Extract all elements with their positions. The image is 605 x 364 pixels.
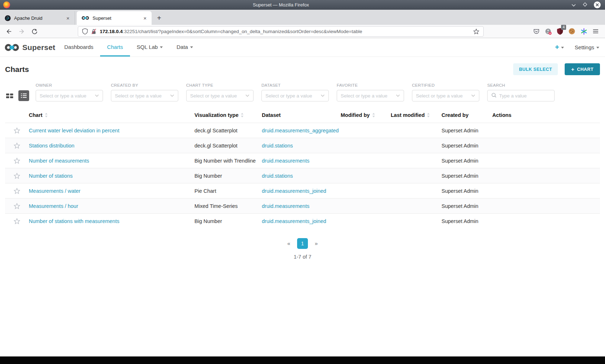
browser-tab[interactable]: Superset × <box>77 11 152 25</box>
dataset-link[interactable]: druid.measurements_joined <box>262 218 326 224</box>
visualization-type-cell: Big Number <box>194 214 262 229</box>
dataset-link[interactable]: druid.measurements <box>262 158 309 164</box>
favorite-star-icon[interactable] <box>14 218 20 224</box>
tab-close-icon[interactable]: × <box>142 15 148 22</box>
filter-group: FAVORITE Select or type a value <box>337 83 404 101</box>
new-item-menu[interactable]: + <box>555 43 564 51</box>
chart-link[interactable]: Number of stations with measurements <box>29 218 119 224</box>
actions-cell <box>492 153 600 168</box>
filter-placeholder: Select or type a value <box>265 93 318 99</box>
created-by-cell: Superset Admin <box>442 183 492 199</box>
next-page-button[interactable]: » <box>311 238 321 249</box>
reload-button[interactable] <box>30 28 39 35</box>
adblock-shield-icon[interactable]: 4 <box>557 28 563 35</box>
menu-hamburger-icon[interactable] <box>592 28 599 34</box>
new-chart-button[interactable]: + CHART <box>565 63 600 75</box>
url-host: 172.18.0.4 <box>100 29 123 34</box>
visualization-type-cell: Big Number <box>194 168 262 183</box>
insecure-lock-icon[interactable] <box>91 28 97 35</box>
actions-cell <box>492 138 600 153</box>
settings-menu[interactable]: Settings <box>575 44 599 50</box>
favorite-star-icon[interactable] <box>14 173 20 179</box>
filter-select[interactable]: Select or type a value <box>186 90 254 101</box>
chart-link[interactable]: Measurements / hour <box>29 203 78 209</box>
tracking-shield-icon[interactable] <box>82 28 88 35</box>
chart-link[interactable]: Stations distribution <box>29 143 75 149</box>
tab-strip: Apache Druid × Superset × + <box>0 10 605 25</box>
browser-tab[interactable]: Apache Druid × <box>0 11 75 25</box>
sort-icon <box>427 113 430 118</box>
favorite-star-icon[interactable] <box>14 188 20 194</box>
dataset-link[interactable]: druid.measurements_aggregated <box>262 128 339 133</box>
nav-item-dashboards[interactable]: Dashboards <box>57 38 100 56</box>
table-row: Measurements / hour Mixed Time-Series dr… <box>5 199 600 214</box>
chevron-down-icon <box>396 94 400 97</box>
url-path: :32251/chart/list/?pageIndex=0&sortColum… <box>123 29 362 34</box>
column-header[interactable]: Modified by <box>341 106 391 123</box>
filter-group: OWNER Select or type a value <box>36 83 103 101</box>
chart-link[interactable]: Number of measurements <box>29 158 89 164</box>
filter-select[interactable]: Select or type a value <box>261 90 329 101</box>
filter-select[interactable]: Select or type a value <box>36 90 103 101</box>
modified-by-cell <box>341 123 391 138</box>
column-header[interactable]: Visualization type <box>194 106 262 123</box>
modified-by-cell <box>341 168 391 183</box>
filter-select[interactable]: Select or type a value <box>111 90 178 101</box>
filter-group: DATASET Select or type a value <box>261 83 329 101</box>
dataset-link[interactable]: druid.measurements_joined <box>262 188 326 194</box>
maximize-button[interactable] <box>583 2 587 8</box>
chevron-down-icon <box>321 94 325 97</box>
pocket-icon[interactable] <box>533 28 540 35</box>
superset-brand[interactable]: Superset <box>4 38 55 56</box>
back-button[interactable] <box>4 28 13 35</box>
asterisk-extension-icon[interactable] <box>581 28 587 35</box>
new-tab-button[interactable]: + <box>152 14 167 23</box>
column-header[interactable]: Chart <box>29 106 194 123</box>
created-by-cell: Superset Admin <box>442 153 492 168</box>
page-button-1[interactable]: 1 <box>297 238 308 249</box>
filter-group: SEARCH Type a value <box>487 83 555 101</box>
bookmark-star-icon[interactable] <box>473 28 479 35</box>
dataset-link[interactable]: druid.stations <box>262 173 293 179</box>
close-button[interactable] <box>594 1 601 8</box>
desktop-bar <box>0 356 605 364</box>
dataset-link[interactable]: druid.stations <box>262 143 293 149</box>
cookie-extension-icon[interactable] <box>568 28 575 35</box>
dataset-link[interactable]: druid.measurements <box>262 203 309 209</box>
filter-placeholder: Select or type a value <box>416 93 469 99</box>
chart-link[interactable]: Current water level deviation in percent <box>29 128 119 133</box>
card-view-toggle[interactable] <box>5 92 14 100</box>
table-row: Current water level deviation in percent… <box>5 123 600 138</box>
bulk-select-button[interactable]: BULK SELECT <box>513 63 558 75</box>
favorite-star-icon[interactable] <box>14 142 20 149</box>
sort-icon <box>45 113 48 118</box>
list-view-toggle[interactable] <box>18 90 29 101</box>
chart-link[interactable]: Number of stations <box>29 173 73 179</box>
nav-item-charts[interactable]: Charts <box>100 38 130 56</box>
nav-item-sql-lab[interactable]: SQL Lab <box>130 38 170 56</box>
filter-select[interactable]: Select or type a value <box>412 90 479 101</box>
chevron-down-icon <box>245 94 250 97</box>
last-modified-cell <box>391 123 442 138</box>
search-input[interactable]: Type a value <box>487 90 555 101</box>
visualization-type-cell: Pie Chart <box>194 183 262 199</box>
filter-select[interactable]: Select or type a value <box>337 90 404 101</box>
chevron-down-icon <box>170 94 174 97</box>
privacy-extension-icon[interactable] <box>545 28 552 35</box>
filter-group: CHART TYPE Select or type a value <box>186 83 254 101</box>
nav-item-data[interactable]: Data <box>170 38 200 56</box>
column-header[interactable]: Last modified <box>391 106 442 123</box>
tab-close-icon[interactable]: × <box>65 15 71 22</box>
table-row: Stations distribution deck.gl Scatterplo… <box>5 138 600 153</box>
last-modified-cell <box>391 183 442 199</box>
chart-link[interactable]: Measurements / water <box>29 188 80 194</box>
minimize-button[interactable] <box>571 2 576 8</box>
url-bar[interactable]: 172.18.0.4:32251/chart/list/?pageIndex=0… <box>78 26 484 37</box>
forward-button[interactable] <box>17 28 26 35</box>
favorite-star-icon[interactable] <box>14 127 20 134</box>
table-header-row: Chart Visualization type Dataset <box>5 106 600 123</box>
favorite-star-icon[interactable] <box>14 158 20 164</box>
table-row: Number of measurements Big Number with T… <box>5 153 600 168</box>
previous-page-button[interactable]: « <box>284 238 294 249</box>
favorite-star-icon[interactable] <box>14 203 20 209</box>
